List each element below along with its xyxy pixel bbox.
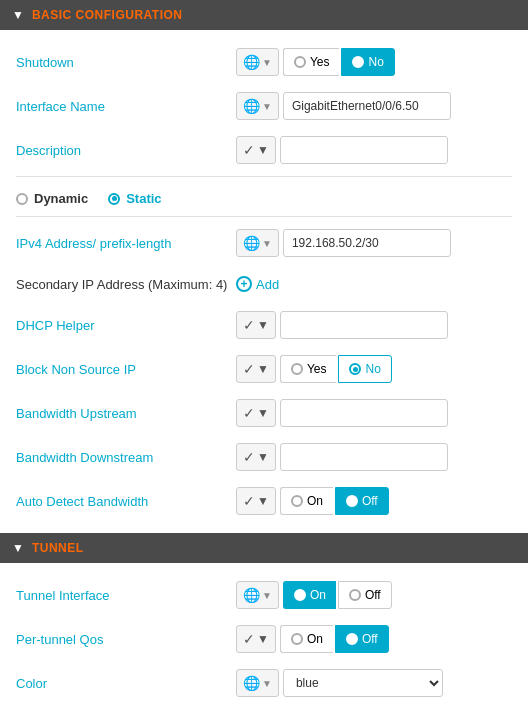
block-no-label: No [365,362,380,376]
dhcp-helper-controls: ✓ ▼ [236,311,512,339]
auto-off-circle [346,495,358,507]
qos-on-circle [291,633,303,645]
block-yes-option[interactable]: Yes [280,355,337,383]
bandwidth-upstream-row: Bandwidth Upstream ✓ ▼ [16,391,512,435]
basic-config-header: ▼ BASIC CONFIGURATION [0,0,528,30]
ipv4-row: IPv4 Address/ prefix-length 🌐 ▼ [16,221,512,265]
ipv4-icon-btn[interactable]: 🌐 ▼ [236,229,279,257]
interface-name-input[interactable] [283,92,451,120]
color-select[interactable]: blue bronze custom1 custom2 custom3 defa… [283,669,443,697]
tunnel-title: TUNNEL [32,541,84,555]
bandwidth-upstream-label: Bandwidth Upstream [16,406,236,421]
shutdown-no-label: No [368,55,383,69]
tunnel-on-dot [297,593,302,598]
block-no-option[interactable]: No [338,355,391,383]
shutdown-dropdown-arrow: ▼ [262,57,272,68]
auto-detect-label: Auto Detect Bandwidth [16,494,236,509]
qos-off-label: Off [362,632,378,646]
ipv4-input[interactable] [283,229,451,257]
shutdown-no-option[interactable]: No [341,48,394,76]
dynamic-mode-label: Dynamic [34,191,88,206]
qos-off-circle [346,633,358,645]
dhcp-input[interactable] [280,311,448,339]
qos-on-dot [294,637,299,642]
dhcp-helper-row: DHCP Helper ✓ ▼ [16,303,512,347]
ipv4-controls: 🌐 ▼ [236,229,512,257]
description-check-icon: ✓ [243,142,255,158]
auto-off-label: Off [362,494,378,508]
bw-down-check-btn[interactable]: ✓ ▼ [236,443,276,471]
bw-up-check-btn[interactable]: ✓ ▼ [236,399,276,427]
dhcp-check-btn[interactable]: ✓ ▼ [236,311,276,339]
tunnel-on-circle [294,589,306,601]
qos-check-btn[interactable]: ✓ ▼ [236,625,276,653]
qos-off-option[interactable]: Off [335,625,389,653]
block-yes-dot [294,367,299,372]
description-row: Description ✓ ▼ [16,128,512,172]
tunnel-off-option[interactable]: Off [338,581,392,609]
block-no-dot [353,367,358,372]
secondary-ip-label: Secondary IP Address (Maximum: 4) [16,277,236,292]
interface-icon-btn[interactable]: 🌐 ▼ [236,92,279,120]
tunnel-radio-group: On Off [283,581,392,609]
ipv4-dropdown-arrow: ▼ [262,238,272,249]
auto-on-option[interactable]: On [280,487,333,515]
bandwidth-downstream-controls: ✓ ▼ [236,443,512,471]
description-controls: ✓ ▼ [236,136,512,164]
divider-1 [16,176,512,177]
color-icon-btn[interactable]: 🌐 ▼ [236,669,279,697]
basic-config-chevron[interactable]: ▼ [12,8,24,22]
ipv4-label: IPv4 Address/ prefix-length [16,236,236,251]
block-yes-label: Yes [307,362,327,376]
static-mode-option[interactable]: Static [108,191,161,206]
qos-check-icon: ✓ [243,631,255,647]
description-label: Description [16,143,236,158]
color-globe-icon: 🌐 [243,675,260,691]
dhcp-helper-label: DHCP Helper [16,318,236,333]
auto-check-btn[interactable]: ✓ ▼ [236,487,276,515]
auto-off-option[interactable]: Off [335,487,389,515]
divider-2 [16,216,512,217]
block-no-circle [349,363,361,375]
block-radio-group: Yes No [280,355,392,383]
dynamic-radio-dot [20,196,25,201]
tunnel-header: ▼ TUNNEL [0,533,528,563]
bandwidth-upstream-input[interactable] [280,399,448,427]
secondary-ip-add-link[interactable]: + Add [236,276,279,292]
description-dropdown-arrow: ▼ [257,143,269,157]
description-check-btn[interactable]: ✓ ▼ [236,136,276,164]
tunnel-on-label: On [310,588,326,602]
qos-radio-group: On Off [280,625,389,653]
shutdown-no-circle [352,56,364,68]
shutdown-yes-dot [297,60,302,65]
bandwidth-upstream-controls: ✓ ▼ [236,399,512,427]
tunnel-on-option[interactable]: On [283,581,336,609]
shutdown-icon-btn[interactable]: 🌐 ▼ [236,48,279,76]
dynamic-mode-option[interactable]: Dynamic [16,191,88,206]
per-tunnel-qos-row: Per-tunnel Qos ✓ ▼ On Off [16,617,512,661]
shutdown-yes-option[interactable]: Yes [283,48,340,76]
tunnel-interface-controls: 🌐 ▼ On Off [236,581,512,609]
block-yes-circle [291,363,303,375]
bw-down-check-icon: ✓ [243,449,255,465]
shutdown-yes-label: Yes [310,55,330,69]
dhcp-check-icon: ✓ [243,317,255,333]
per-tunnel-qos-controls: ✓ ▼ On Off [236,625,512,653]
qos-dropdown-arrow: ▼ [257,632,269,646]
description-input[interactable] [280,136,448,164]
block-check-btn[interactable]: ✓ ▼ [236,355,276,383]
color-label: Color [16,676,236,691]
shutdown-row: Shutdown 🌐 ▼ Yes No [16,40,512,84]
block-non-source-row: Block Non Source IP ✓ ▼ Yes No [16,347,512,391]
secondary-ip-row: Secondary IP Address (Maximum: 4) + Add [16,265,512,303]
qos-on-option[interactable]: On [280,625,333,653]
dhcp-dropdown-arrow: ▼ [257,318,269,332]
bw-up-dropdown-arrow: ▼ [257,406,269,420]
bandwidth-downstream-input[interactable] [280,443,448,471]
auto-detect-controls: ✓ ▼ On Off [236,487,512,515]
tunnel-off-dot [352,593,357,598]
add-icon: + [236,276,252,292]
tunnel-icon-btn[interactable]: 🌐 ▼ [236,581,279,609]
dynamic-radio-circle [16,193,28,205]
tunnel-chevron[interactable]: ▼ [12,541,24,555]
